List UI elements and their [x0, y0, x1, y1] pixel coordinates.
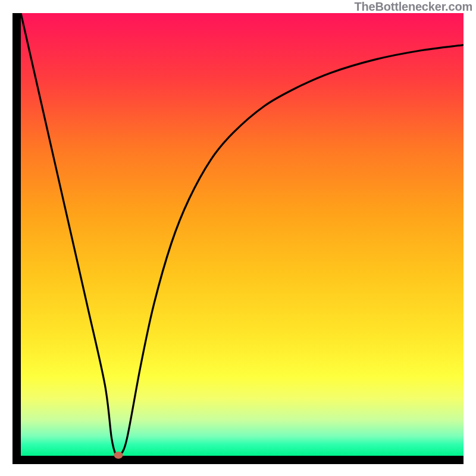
bottleneck-curve-path — [21, 13, 464, 456]
chart-container: TheBottlenecker.com — [0, 0, 476, 476]
chart-frame — [12, 13, 464, 464]
curve-svg — [21, 13, 464, 456]
plot-area — [21, 13, 464, 456]
attribution-text: TheBottlenecker.com — [355, 0, 473, 14]
minimum-marker — [114, 452, 123, 459]
